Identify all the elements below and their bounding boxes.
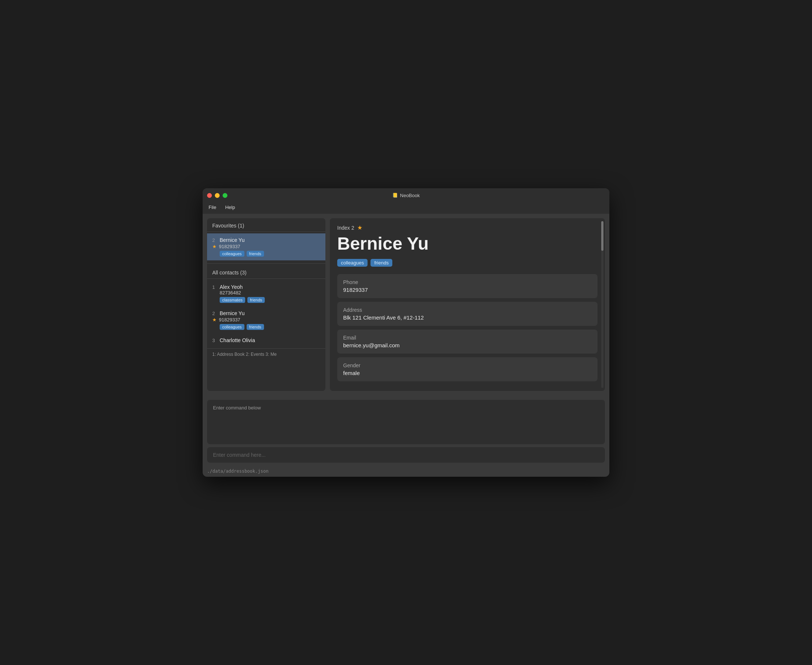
titlebar-title: 📒 NeoBook	[392, 193, 420, 198]
command-input[interactable]	[213, 452, 599, 458]
tag-friends: friends	[247, 251, 264, 257]
address-value: Blk 121 Clementi Ave 6, #12-112	[343, 314, 592, 321]
bottom-section: Enter command below	[203, 395, 609, 467]
tag-classmates: classmates	[219, 297, 245, 303]
scrollbar-track[interactable]	[601, 221, 604, 388]
all-contacts-header: All contacts (3)	[207, 265, 326, 279]
contact-alex[interactable]: 1 Alex Yeoh 82736482 classmates friends	[207, 280, 326, 306]
index-label: Index 2	[337, 225, 354, 231]
close-button[interactable]	[207, 193, 212, 198]
contact-name: Bernice Yu	[219, 237, 244, 243]
command-input-container[interactable]	[207, 447, 605, 463]
tag-colleagues: colleagues	[219, 324, 244, 330]
contact-phone: 91829337	[219, 244, 241, 249]
tag-friends: friends	[247, 297, 265, 303]
contact-tags: colleagues friends	[219, 251, 320, 257]
gender-card: Gender female	[337, 357, 598, 381]
status-bar: 1: Address Book 2: Events 3: Me	[207, 349, 326, 360]
contact-index: 1	[212, 284, 218, 290]
maximize-button[interactable]	[223, 193, 228, 198]
contact-phone: 91829337	[219, 317, 241, 323]
tag-colleagues: colleagues	[219, 251, 244, 257]
detail-tag-friends: friends	[370, 259, 392, 267]
detail-panel: Index 2 ★ Bernice Yu colleagues friends …	[330, 218, 605, 391]
command-output: Enter command below	[207, 400, 605, 444]
section-divider	[207, 263, 326, 264]
detail-tags: colleagues friends	[337, 259, 598, 267]
contacts-panel: Favourites (1) 2 Bernice Yu ★ 91829337 c…	[207, 218, 326, 391]
star-icon: ★	[212, 317, 217, 323]
phone-card: Phone 91829337	[337, 274, 598, 298]
contact-phone: 82736482	[219, 290, 320, 295]
traffic-lights	[207, 193, 228, 198]
favourite-star-icon: ★	[357, 224, 362, 231]
email-label: Email	[343, 335, 592, 341]
contact-name: Bernice Yu	[219, 310, 244, 316]
contact-tags: colleagues friends	[219, 324, 320, 330]
filepath: ./data/addressbook.json	[203, 467, 609, 477]
contact-name: Alex Yeoh	[219, 284, 242, 290]
tag-friends: friends	[247, 324, 264, 330]
main-content: Favourites (1) 2 Bernice Yu ★ 91829337 c…	[203, 214, 609, 395]
command-output-placeholder: Enter command below	[213, 405, 261, 411]
email-value: bernice.yu@gmail.com	[343, 342, 592, 349]
left-panel: Favourites (1) 2 Bernice Yu ★ 91829337 c…	[207, 218, 326, 391]
menu-help[interactable]: Help	[224, 204, 237, 211]
contact-tags: classmates friends	[219, 297, 320, 303]
favourites-header: Favourites (1)	[207, 218, 326, 232]
address-label: Address	[343, 307, 592, 313]
favourite-contact-1[interactable]: 2 Bernice Yu ★ 91829337 colleagues frien…	[207, 233, 326, 260]
contact-charlotte[interactable]: 3 Charlotte Olivia	[207, 334, 326, 347]
main-window: 📒 NeoBook File Help Favourites (1) 2 Ber…	[203, 188, 609, 477]
index-badge: Index 2 ★	[337, 224, 362, 231]
app-icon: 📒	[392, 193, 398, 198]
detail-name: Bernice Yu	[337, 234, 598, 254]
scrollbar-thumb[interactable]	[601, 221, 604, 251]
menu-file[interactable]: File	[207, 204, 218, 211]
contact-index: 2	[212, 311, 218, 316]
app-title: NeoBook	[400, 193, 420, 198]
star-icon: ★	[212, 244, 217, 249]
contact-name: Charlotte Olivia	[219, 337, 255, 343]
contact-bernice[interactable]: 2 Bernice Yu ★ 91829337 colleagues frien…	[207, 306, 326, 334]
titlebar: 📒 NeoBook	[203, 188, 609, 202]
phone-value: 91829337	[343, 287, 592, 293]
address-card: Address Blk 121 Clementi Ave 6, #12-112	[337, 302, 598, 326]
email-card: Email bernice.yu@gmail.com	[337, 329, 598, 354]
gender-label: Gender	[343, 362, 592, 369]
phone-label: Phone	[343, 279, 592, 285]
gender-value: female	[343, 370, 592, 376]
contact-index: 3	[212, 338, 218, 343]
detail-tag-colleagues: colleagues	[337, 259, 368, 267]
contact-index: 2	[212, 238, 218, 243]
minimize-button[interactable]	[215, 193, 219, 198]
menubar: File Help	[203, 202, 609, 214]
